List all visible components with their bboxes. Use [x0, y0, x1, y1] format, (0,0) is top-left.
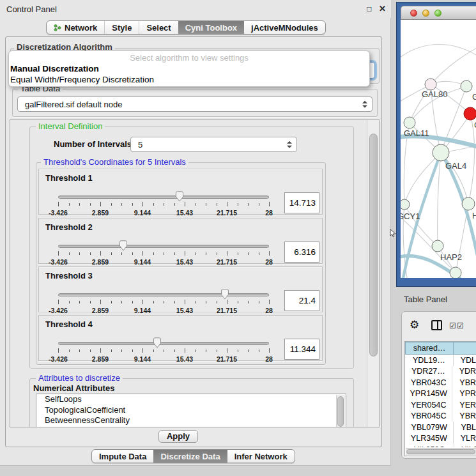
stepper-icon — [362, 101, 367, 108]
tick-mark — [206, 252, 206, 255]
attributes-list-scrollbar[interactable] — [336, 395, 345, 427]
table-row[interactable]: YDR27…YDR2 — [405, 366, 476, 378]
tick-mark — [121, 301, 122, 303]
network-node-gcy1[interactable] — [401, 199, 410, 210]
table-row[interactable]: YBR043CYBR0 — [405, 377, 476, 388]
attribute-list-item[interactable]: SelfLoops — [36, 394, 346, 405]
table-row[interactable]: YPR145WYPR1 — [405, 388, 476, 400]
checkbox-icon[interactable]: ☑ — [449, 321, 456, 330]
tab-impute-data[interactable]: Impute Data — [92, 450, 153, 463]
table-scrollbar-thumb[interactable] — [406, 449, 475, 454]
apply-button[interactable]: Apply — [158, 430, 198, 443]
network-window-titlebar — [401, 6, 476, 20]
tick-mark — [121, 252, 122, 255]
number-of-intervals-select[interactable]: 5 — [130, 137, 297, 152]
network-canvas[interactable]: GAL80GACGAL11GAL4GCY1HHAP2 — [401, 20, 476, 278]
numerical-attributes-list[interactable]: SelfLoopsTopologicalCoefficientBetweenne… — [36, 394, 346, 427]
tick-mark — [132, 349, 133, 352]
attribute-list-item[interactable]: TopologicalCoefficient — [36, 405, 346, 416]
table-row[interactable]: YBR045CYBR0 — [405, 411, 476, 422]
network-node-c[interactable] — [464, 107, 476, 120]
table-row[interactable]: YER054CYER0 — [405, 399, 476, 411]
tab-cyni-toolbox[interactable]: Cyni Toolbox — [178, 21, 244, 34]
slider-thumb[interactable] — [220, 289, 229, 300]
popup-item-manual-discretization[interactable]: Manual Discretization — [10, 64, 368, 73]
tab-select[interactable]: Select — [139, 21, 178, 34]
tick-label: 9.144 — [134, 355, 151, 363]
attributes-scrollbar-thumb[interactable] — [337, 396, 344, 427]
columns-icon[interactable] — [431, 320, 442, 330]
cyni-top-tabbar: NetworkStyleSelectCyni ToolboxjActiveMNo… — [46, 20, 326, 35]
tick-mark — [238, 301, 238, 303]
network-node[interactable] — [450, 267, 461, 278]
tab-label: Cyni Toolbox — [185, 23, 237, 33]
cell-shared-name: YPR145W — [405, 389, 452, 398]
checkbox-icon[interactable]: ☑ — [457, 321, 464, 330]
network-node-label: GAL80 — [422, 89, 447, 99]
threshold-1-value-field[interactable]: 14.713 — [284, 192, 319, 213]
tab-style[interactable]: Style — [104, 21, 139, 34]
table-data-select[interactable]: galFiltered.sif default node — [17, 96, 372, 112]
popup-item-equal-width-frequency[interactable]: Equal Width/Frequency Discretization — [10, 75, 368, 84]
tab-jactivemnodules[interactable]: jActiveMNodules — [244, 21, 325, 34]
slider-thumb[interactable] — [119, 240, 128, 251]
table-row[interactable]: YDL19…YDL1 — [405, 355, 476, 366]
network-node-gal80[interactable] — [425, 79, 436, 90]
slider-thumb[interactable] — [153, 337, 162, 348]
network-node-ga[interactable] — [461, 81, 472, 92]
network-graph[interactable]: GAL80GACGAL11GAL4GCY1HHAP2 — [401, 20, 476, 278]
attribute-list-item[interactable]: BetweennessCentrality — [36, 415, 346, 426]
tick-mark — [227, 251, 227, 256]
threshold-2-value-field[interactable]: 6.316 — [284, 242, 319, 263]
tick-mark — [100, 202, 101, 206]
column-header-name[interactable]: n — [454, 342, 476, 355]
tick-label: 9.144 — [134, 307, 151, 314]
float-window-icon[interactable]: □ — [367, 4, 371, 13]
table-row[interactable]: YIL052CYIL0 — [405, 444, 476, 447]
tab-discretize-data[interactable]: Discretize Data — [153, 450, 227, 463]
tick-mark — [269, 348, 270, 353]
number-of-intervals-value: 5 — [138, 140, 142, 150]
tab-infer-network[interactable]: Infer Network — [227, 450, 295, 463]
tick-mark — [142, 202, 143, 206]
settings-vertical-scrollbar[interactable] — [367, 120, 380, 427]
threshold-4-slider[interactable]: -3.4262.8599.14415.4321.71528 — [58, 337, 269, 362]
network-node-h[interactable] — [462, 197, 475, 210]
tick-mark — [196, 349, 196, 352]
minimize-traffic-light[interactable] — [422, 10, 429, 17]
threshold-3-slider[interactable]: -3.4262.8599.14415.4321.71528 — [58, 289, 269, 313]
close-window-icon[interactable]: ✕ — [379, 4, 386, 13]
close-traffic-light[interactable] — [410, 10, 417, 17]
tick-mark — [79, 252, 80, 255]
threshold-1-slider[interactable]: -3.4262.8599.14415.4321.71528 — [58, 191, 269, 215]
tab-label: Network — [65, 23, 97, 33]
table-row[interactable]: YBL079WYBL0 — [405, 422, 476, 433]
interval-definition-title: Interval Definition — [36, 122, 105, 131]
settings-scroll-area: Interval Definition Number of Intervals … — [10, 119, 380, 427]
thresholds-group-title: Threshold's Coordinates for 5 Intervals — [41, 158, 188, 167]
gear-icon[interactable]: ⚙ — [410, 319, 419, 330]
tick-mark — [227, 202, 227, 206]
settings-scrollbar-thumb[interactable] — [369, 134, 378, 357]
network-node-gal11[interactable] — [404, 117, 415, 128]
threshold-3-value-field[interactable]: 21.4 — [284, 290, 319, 311]
threshold-label: Threshold 1 — [45, 173, 93, 183]
tab-label: Impute Data — [99, 452, 146, 461]
cell-shared-name: YDR27… — [405, 367, 452, 376]
threshold-2-slider[interactable]: -3.4262.8599.14415.4321.71528 — [58, 240, 269, 265]
cell-shared-name: YBL079W — [405, 423, 453, 432]
zoom-traffic-light[interactable] — [434, 10, 441, 17]
network-node-hap2[interactable] — [432, 240, 443, 252]
slider-thumb[interactable] — [175, 191, 184, 202]
network-node-gal4[interactable] — [433, 144, 449, 161]
cell-shared-name: YBR043C — [405, 378, 452, 387]
tick-mark — [227, 348, 227, 353]
tab-network[interactable]: Network — [47, 21, 104, 34]
table-row[interactable]: YLR345WYLR3 — [405, 433, 476, 445]
threshold-4-value-field[interactable]: 11.344 — [284, 339, 319, 360]
tick-mark — [153, 252, 154, 255]
control-panel-titlebar: Control Panel □ ✕ — [0, 0, 391, 18]
tab-label: jActiveMNodules — [251, 23, 318, 33]
column-header-shared-name[interactable]: shared… — [405, 342, 454, 355]
table-horizontal-scrollbar[interactable] — [406, 448, 476, 455]
